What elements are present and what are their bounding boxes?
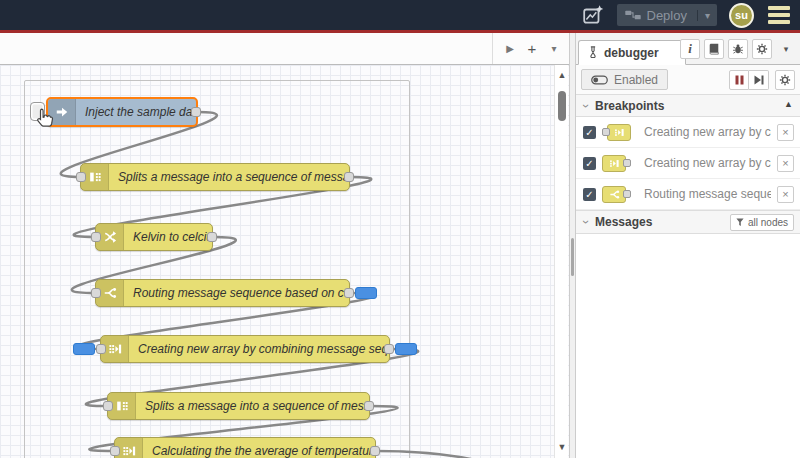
main-menu-icon[interactable] (766, 2, 792, 28)
breakpoint-row[interactable]: ✓ Routing message sequence based on cond… (576, 179, 800, 210)
breakpoint-marker[interactable] (355, 287, 377, 299)
node-label: Splits a message into a sequence of mess… (109, 164, 349, 190)
input-port[interactable] (91, 288, 101, 298)
deploy-nodes-icon (625, 9, 641, 21)
breakpoint-checkbox[interactable]: ✓ (583, 188, 596, 201)
input-port[interactable] (110, 446, 120, 456)
step-icon (754, 75, 764, 85)
breakpoint-label: Creating new array by combining message … (644, 156, 771, 170)
deploy-dropdown-caret[interactable]: ▾ (697, 10, 717, 21)
splitter-handle[interactable] (571, 238, 574, 276)
node-label: Inject the sample data (76, 99, 196, 125)
message-filter-button[interactable]: all nodes (730, 214, 794, 231)
collapse-chevron-icon[interactable]: › (579, 104, 593, 108)
breakpoint-checkbox[interactable]: ✓ (583, 157, 596, 170)
output-port[interactable] (191, 107, 201, 117)
breakpoints-title: Breakpoints (595, 99, 664, 113)
info-icon: i (688, 41, 692, 57)
tab-debugger[interactable]: debugger (578, 40, 686, 65)
input-port[interactable] (76, 172, 86, 182)
pause-icon (735, 75, 744, 85)
breakpoint-row[interactable]: ✓ Creating new array by combining messag… (576, 117, 800, 148)
flow-list-caret-icon[interactable]: ▾ (545, 39, 563, 59)
node-split-1[interactable]: Splits a message into a sequence of mess… (80, 163, 350, 191)
deploy-button[interactable]: Deploy ▾ (617, 4, 718, 26)
debugger-toolbar: Enabled (576, 65, 800, 95)
breakpoint-label: Routing message sequence based on condit… (644, 187, 771, 201)
help-tab-button[interactable] (704, 39, 724, 59)
node-label: Routing message sequence based on condit… (124, 280, 349, 306)
node-inject[interactable]: Inject the sample data (46, 97, 198, 127)
sidebar: debugger i ▾ Enabled (576, 33, 800, 458)
node-join-1[interactable]: Creating new array by combining message … (100, 335, 390, 363)
input-port[interactable] (91, 232, 101, 242)
breakpoint-marker[interactable] (395, 343, 417, 355)
gear-icon (756, 43, 768, 55)
pause-button[interactable] (729, 70, 749, 90)
tab-label: debugger (604, 46, 659, 60)
delete-breakpoint-button[interactable]: × (777, 124, 794, 141)
scrollbar-thumb[interactable] (558, 91, 566, 121)
workspace-tabbar: ▶ + ▾ (0, 33, 569, 65)
sidebar-splitter[interactable] (569, 33, 576, 458)
step-button[interactable] (749, 70, 769, 90)
node-split-2[interactable]: Splits a message into a sequence of mess… (107, 392, 370, 420)
debug-tab-button[interactable] (728, 39, 748, 59)
scroll-down-icon[interactable]: ▼ (555, 442, 569, 452)
gear-icon (779, 74, 791, 86)
output-port[interactable] (344, 172, 354, 182)
user-avatar[interactable]: su (729, 3, 754, 28)
breakpoint-checkbox[interactable]: ✓ (583, 126, 596, 139)
mini-node-join-output (602, 155, 638, 172)
debugger-enabled-toggle[interactable]: Enabled (581, 69, 668, 90)
messages-section-header[interactable]: › Messages all nodes (576, 210, 800, 234)
breakpoints-section-header[interactable]: › Breakpoints ▲ (576, 95, 800, 117)
node-label: Splits a message into a sequence of mess… (136, 393, 369, 419)
sidebar-menu-caret-icon[interactable]: ▾ (776, 39, 796, 59)
debugger-settings-button[interactable] (775, 70, 795, 90)
messages-title: Messages (595, 215, 652, 229)
node-label: Calculating the the average of temperatu… (143, 438, 375, 458)
book-icon (708, 43, 720, 55)
toggle-icon (591, 75, 608, 85)
scroll-up-icon[interactable]: ▲ (555, 70, 569, 80)
input-port[interactable] (96, 344, 106, 354)
output-port[interactable] (344, 288, 354, 298)
output-port[interactable] (364, 401, 374, 411)
breakpoint-row[interactable]: ✓ Creating new array by combining messag… (576, 148, 800, 179)
mini-node-switch-output (602, 186, 638, 203)
flow-canvas[interactable]: Inject the sample data Splits a message … (0, 65, 569, 458)
add-flow-button[interactable]: + (523, 39, 541, 59)
node-join-2[interactable]: Calculating the the average of temperatu… (114, 437, 376, 458)
breakpoint-label: Creating new array by combining message … (644, 125, 771, 139)
inject-icon (48, 99, 76, 125)
tab-scroll-right-icon[interactable]: ▶ (501, 39, 519, 59)
panel-scroll-up-icon[interactable]: ▲ (784, 99, 793, 109)
node-label: Creating new array by combining message … (129, 336, 389, 362)
deploy-label: Deploy (647, 8, 687, 23)
flow-assistant-icon[interactable] (581, 3, 605, 27)
output-port[interactable] (370, 446, 380, 456)
sidebar-tabbar: debugger i ▾ (576, 33, 800, 65)
mini-node-join-input (602, 124, 638, 141)
delete-breakpoint-button[interactable]: × (777, 186, 794, 203)
delete-breakpoint-button[interactable]: × (777, 155, 794, 172)
config-tab-button[interactable] (752, 39, 772, 59)
info-tab-button[interactable]: i (680, 39, 700, 59)
output-port[interactable] (207, 232, 217, 242)
node-change[interactable]: Kelvin to celcius (95, 223, 213, 251)
breakpoint-marker[interactable] (73, 343, 95, 355)
input-port[interactable] (103, 401, 113, 411)
collapse-chevron-icon[interactable]: › (579, 220, 593, 224)
funnel-icon (736, 218, 744, 227)
app-header: Deploy ▾ su (0, 0, 800, 30)
inject-trigger-button[interactable] (30, 102, 45, 121)
canvas-vertical-scrollbar[interactable]: ▲ ▼ (554, 65, 568, 458)
filter-label: all nodes (748, 217, 788, 228)
node-switch[interactable]: Routing message sequence based on condit… (95, 279, 350, 307)
messages-list[interactable] (576, 234, 800, 458)
output-port[interactable] (384, 344, 394, 354)
node-label: Kelvin to celcius (124, 224, 212, 250)
enabled-label: Enabled (614, 73, 658, 87)
bug-icon (732, 43, 744, 55)
